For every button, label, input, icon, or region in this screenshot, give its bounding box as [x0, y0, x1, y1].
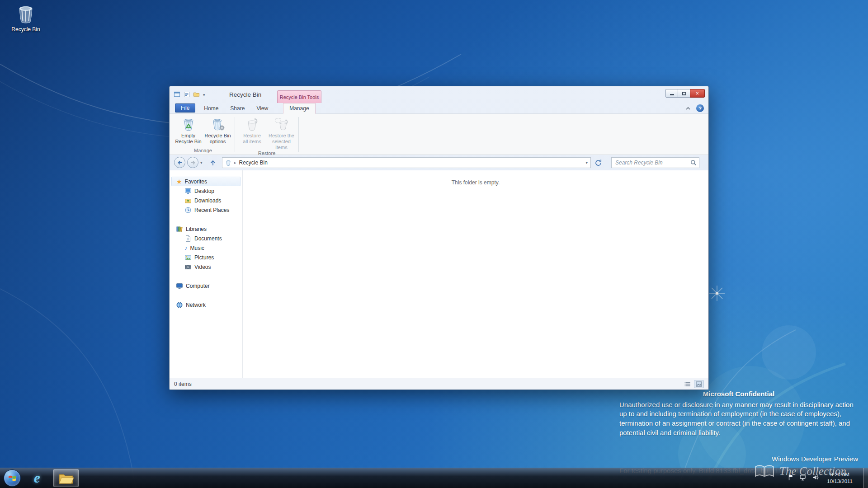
watermark-edition: Windows Developer Preview [619, 455, 858, 464]
sidebar-label: Videos [194, 264, 211, 270]
sidebar-label: Libraries [186, 226, 207, 232]
minimize-ribbon-chevron-icon[interactable] [685, 105, 691, 112]
show-desktop-button[interactable] [863, 468, 868, 488]
details-view-button[interactable] [683, 380, 693, 388]
computer-icon [176, 282, 183, 290]
navigation-pane: ★ Favorites Desktop Downloads Recent Pla… [170, 170, 243, 378]
sidebar-label: Pictures [194, 254, 214, 261]
restore-all-items-button[interactable]: Restore all items [238, 115, 266, 150]
sidebar-label: Downloads [194, 197, 221, 204]
taskbar-ie-button[interactable]: e [27, 469, 47, 487]
recent-places-clock-icon [184, 206, 192, 214]
ribbon-controls: ? [685, 104, 704, 112]
network-globe-icon [176, 301, 183, 309]
back-button[interactable] [174, 157, 185, 168]
search-icon[interactable] [690, 160, 697, 167]
internet-explorer-icon: e [34, 470, 40, 486]
tab-view[interactable]: View [250, 103, 274, 113]
sidebar-label: Recent Places [194, 207, 229, 213]
ribbon-group-label-manage: Manage [174, 148, 232, 155]
taskbar: e 9:20 AM 10/13/2011 [0, 468, 868, 488]
sidebar-item-recent-places[interactable]: Recent Places [170, 205, 242, 215]
restore-all-items-icon [245, 117, 259, 131]
window-body: ★ Favorites Desktop Downloads Recent Pla… [170, 170, 708, 378]
sidebar-label: Network [186, 302, 206, 308]
address-bar: ▾ ▸ Recycle Bin ▾ [170, 155, 708, 170]
help-icon[interactable]: ? [696, 104, 704, 112]
restore-selected-items-icon [274, 117, 289, 131]
close-button[interactable]: × [690, 89, 705, 98]
minimize-button[interactable] [665, 89, 678, 98]
empty-folder-message: This folder is empty. [243, 179, 708, 186]
sidebar-item-favorites[interactable]: ★ Favorites [171, 177, 241, 186]
watermark-body: Unauthorized use or disclosure in any ma… [619, 400, 858, 438]
empty-recycle-bin-icon [181, 117, 196, 131]
forward-button[interactable] [187, 157, 198, 168]
sidebar-item-downloads[interactable]: Downloads [170, 196, 242, 205]
clock-date: 10/13/2011 [827, 478, 853, 485]
sidebar-item-documents[interactable]: Documents [170, 234, 242, 243]
screen: Recycle Bin ▾ Recycle Bin Recycle Bin To… [0, 0, 868, 488]
restore-selected-items-button[interactable]: Restore the selected items [267, 115, 296, 150]
sidebar-item-libraries[interactable]: Libraries [170, 224, 242, 234]
pictures-icon [184, 254, 192, 261]
music-note-icon: ♪ [184, 245, 188, 251]
recycle-bin-icon [16, 5, 36, 23]
tab-file[interactable]: File [175, 103, 195, 113]
search-input[interactable] [612, 158, 699, 168]
site-watermark-text: The Collection [779, 465, 846, 478]
breadcrumb-chevron-icon[interactable]: ▸ [234, 160, 236, 165]
tab-manage[interactable]: Manage [283, 103, 315, 114]
contextual-tab-header[interactable]: Recycle Bin Tools [277, 90, 321, 103]
sidebar-item-desktop[interactable]: Desktop [170, 186, 242, 196]
large-icons-view-button[interactable] [694, 380, 704, 388]
sidebar-item-videos[interactable]: Videos [170, 262, 242, 272]
system-menu-icon[interactable] [174, 91, 180, 99]
sidebar-label: Music [190, 245, 204, 251]
address-box[interactable]: ▸ Recycle Bin ▾ [222, 157, 591, 168]
ribbon-group-restore: Restore all items Restore the selected i… [238, 115, 296, 155]
sidebar-label: Documents [194, 235, 222, 242]
documents-icon [184, 235, 192, 242]
qat-new-folder-icon[interactable] [193, 91, 200, 99]
close-icon: × [696, 90, 699, 97]
downloads-folder-icon [184, 197, 192, 204]
videos-icon [184, 263, 192, 271]
open-book-icon [754, 465, 775, 478]
folder-content-pane: This folder is empty. [243, 170, 708, 378]
up-button[interactable] [208, 158, 217, 169]
sidebar-item-network[interactable]: Network [170, 300, 242, 310]
refresh-button[interactable] [594, 159, 602, 168]
tab-home[interactable]: Home [198, 103, 224, 113]
details-view-icon [684, 381, 691, 387]
qat-customize-chevron-icon[interactable]: ▾ [203, 93, 205, 97]
breadcrumb-location[interactable]: Recycle Bin [239, 160, 268, 166]
explorer-window: ▾ Recycle Bin Recycle Bin Tools × File H… [169, 86, 709, 390]
ribbon-group-manage: Empty Recycle Bin Recycle Bin optio [174, 115, 232, 155]
qat-properties-icon[interactable] [184, 91, 190, 99]
sidebar-item-music[interactable]: ♪ Music [170, 243, 242, 253]
caption-buttons: × [666, 89, 705, 98]
start-button[interactable] [4, 469, 21, 487]
tab-share[interactable]: Share [224, 103, 250, 113]
libraries-icon [176, 225, 183, 233]
maximize-button[interactable] [678, 89, 690, 98]
recycle-bin-options-button[interactable]: Recycle Bin options [203, 115, 232, 145]
window-title: Recycle Bin [229, 86, 261, 103]
site-watermark: The Collection [754, 465, 846, 478]
sidebar-item-pictures[interactable]: Pictures [170, 253, 242, 262]
ribbon-divider [298, 117, 299, 152]
minimize-icon [670, 94, 674, 95]
desktop-icon-recycle-bin[interactable]: Recycle Bin [6, 5, 45, 33]
confidential-watermark: Microsoft Confidential Unauthorized use … [619, 389, 858, 476]
address-dropdown-icon[interactable]: ▾ [585, 160, 588, 165]
titlebar: ▾ Recycle Bin Recycle Bin Tools × [170, 86, 708, 103]
taskbar-explorer-button[interactable] [53, 469, 79, 487]
recent-locations-chevron-icon[interactable]: ▾ [200, 160, 203, 165]
empty-recycle-bin-button[interactable]: Empty Recycle Bin [174, 115, 203, 145]
sidebar-item-computer[interactable]: Computer [170, 281, 242, 291]
search-box [611, 157, 699, 168]
ribbon-tab-row: File Home Share View Manage ? [170, 103, 708, 114]
sidebar-label: Desktop [194, 188, 214, 194]
favorites-star-icon: ★ [176, 178, 182, 185]
